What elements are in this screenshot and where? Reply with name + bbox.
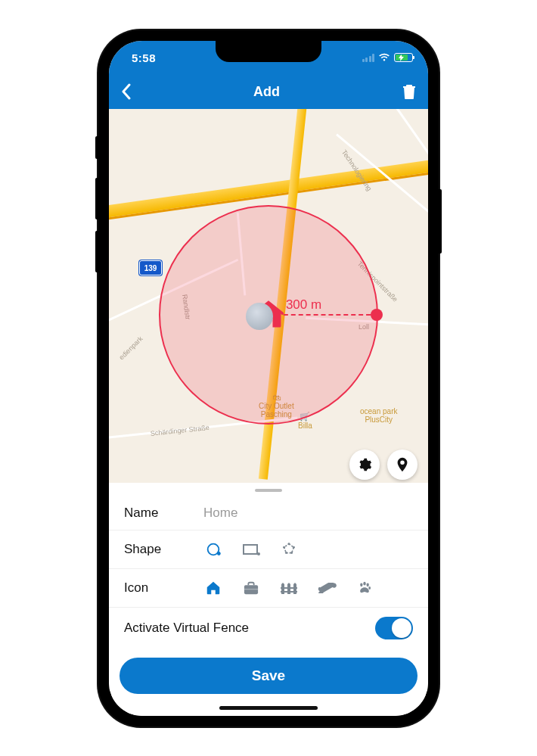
wifi-icon xyxy=(378,53,390,62)
road-label: Schärdinger Straße xyxy=(150,424,210,437)
bone-icon xyxy=(317,583,337,593)
rectangle-icon xyxy=(242,543,260,556)
home-icon xyxy=(205,580,222,596)
shape-circle-option[interactable] xyxy=(203,540,223,559)
power-button xyxy=(439,189,442,254)
geofence: 300 m xyxy=(159,205,378,425)
svg-point-1 xyxy=(217,552,221,555)
back-button[interactable] xyxy=(121,83,131,100)
battery-icon xyxy=(394,53,413,62)
volume-up-button xyxy=(95,178,98,219)
phone-frame: 5:58 Add xyxy=(98,30,439,726)
svg-point-4 xyxy=(288,543,290,545)
paw-icon xyxy=(357,580,372,596)
fence-icon xyxy=(280,580,298,596)
svg-point-14 xyxy=(368,586,371,590)
navigation-bar: Add xyxy=(109,74,428,109)
svg-point-5 xyxy=(293,546,295,549)
map-locate-button[interactable] xyxy=(387,450,417,480)
briefcase-icon xyxy=(243,580,259,596)
volume-down-button xyxy=(95,231,98,272)
map-view[interactable]: Randlstr Loll Tennispointstraße Technolo… xyxy=(109,109,428,483)
radius-label: 300 m xyxy=(286,297,321,313)
circle-icon xyxy=(205,541,222,558)
status-time: 5:58 xyxy=(132,51,156,64)
activate-fence-toggle[interactable] xyxy=(375,617,413,639)
name-row: Name xyxy=(109,496,428,530)
pin-icon xyxy=(394,456,411,473)
name-input[interactable] xyxy=(203,506,413,521)
icon-bone-option[interactable] xyxy=(317,578,337,598)
fence-center-marker[interactable] xyxy=(252,298,285,331)
shape-polygon-option[interactable] xyxy=(279,540,299,559)
radius-handle[interactable] xyxy=(371,309,383,321)
svg-point-13 xyxy=(367,583,369,587)
activate-row: Activate Virtual Fence xyxy=(109,608,428,649)
screen: 5:58 Add xyxy=(109,41,428,716)
polygon-icon xyxy=(281,541,297,558)
shape-label: Shape xyxy=(124,542,203,557)
save-button[interactable]: Save xyxy=(120,658,417,694)
icon-fence-option[interactable] xyxy=(279,578,299,598)
name-label: Name xyxy=(124,506,203,521)
svg-rect-10 xyxy=(244,589,258,590)
shape-row: Shape xyxy=(109,530,428,569)
delete-button[interactable] xyxy=(402,84,416,99)
status-icons xyxy=(362,53,414,62)
svg-point-12 xyxy=(363,582,365,586)
icon-paw-option[interactable] xyxy=(355,578,374,598)
svg-rect-2 xyxy=(244,545,257,554)
phone-notch xyxy=(216,41,321,62)
form-sheet: Name Shape xyxy=(109,483,428,716)
gear-icon xyxy=(357,457,372,472)
svg-point-6 xyxy=(290,552,293,554)
icon-row: Icon xyxy=(109,569,428,608)
svg-point-8 xyxy=(283,546,285,549)
home-indicator[interactable] xyxy=(219,706,318,710)
svg-point-7 xyxy=(285,552,287,554)
activate-fence-label: Activate Virtual Fence xyxy=(124,621,249,636)
shape-rectangle-option[interactable] xyxy=(241,540,261,559)
svg-point-3 xyxy=(257,552,260,555)
map-settings-button[interactable] xyxy=(349,450,380,480)
cell-signal-icon xyxy=(362,54,375,62)
icon-home-option[interactable] xyxy=(203,578,223,598)
page-title: Add xyxy=(253,84,280,100)
road-label: edienpark xyxy=(117,335,144,362)
sheet-grabber[interactable] xyxy=(255,489,282,492)
svg-point-11 xyxy=(360,583,362,587)
save-button-label: Save xyxy=(252,667,285,684)
icon-label: Icon xyxy=(124,580,203,596)
icon-work-option[interactable] xyxy=(241,578,261,598)
mute-switch xyxy=(95,136,98,159)
